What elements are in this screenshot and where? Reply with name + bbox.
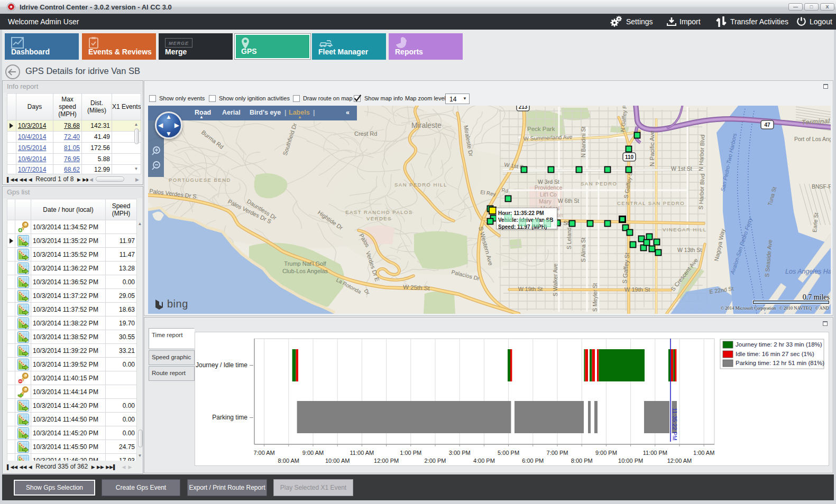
- svg-text:8:00 PM: 8:00 PM: [571, 458, 593, 464]
- svg-text:1:00 AM: 1:00 AM: [693, 450, 714, 456]
- svg-text:Rd: Rd: [501, 187, 509, 194]
- svg-text:Los Angeles Harb: Los Angeles Harb: [785, 268, 831, 275]
- svg-text:11:35:22 PM: 11:35:22 PM: [672, 408, 678, 441]
- svg-text:6:00 PM: 6:00 PM: [522, 458, 544, 464]
- svg-text:SAN PEDRO HILL: SAN PEDRO HILL: [394, 182, 447, 188]
- svg-text:S Meyler St: S Meyler St: [592, 283, 598, 312]
- svg-text:10:00 PM: 10:00 PM: [618, 458, 643, 464]
- svg-text:Crest Rd: Crest Rd: [354, 130, 377, 137]
- svg-text:3:00 PM: 3:00 PM: [449, 450, 471, 456]
- svg-text:VINEGAR HILL: VINEGAR HILL: [663, 227, 706, 232]
- svg-text:EAST RANCHO PALOS: EAST RANCHO PALOS: [345, 209, 413, 215]
- svg-text:W 6th St: W 6th St: [558, 198, 579, 204]
- svg-text:7:00 AM: 7:00 AM: [253, 450, 274, 456]
- svg-text:110: 110: [625, 154, 634, 160]
- svg-text:11:00 AM: 11:00 AM: [350, 450, 374, 456]
- svg-text:Miraleste: Miraleste: [411, 121, 442, 129]
- svg-text:213: 213: [519, 106, 528, 110]
- svg-text:10:00 AM: 10:00 AM: [325, 458, 350, 464]
- svg-text:Mary: Mary: [539, 198, 552, 204]
- svg-text:Port of Los Angel: Port of Los Angel: [794, 136, 831, 142]
- svg-text:Journey time: 2 hr 33 min (18%: Journey time: 2 hr 33 min (18%): [736, 341, 822, 348]
- svg-text:SAN PEDRO: SAN PEDRO: [581, 181, 617, 186]
- svg-text:Lit'l Co: Lit'l Co: [540, 191, 557, 198]
- svg-text:Club-Los Angelas: Club-Los Angelas: [282, 268, 328, 274]
- svg-text:S Walker Ave: S Walker Ave: [552, 263, 558, 296]
- svg-text:Terminal Is: Terminal Is: [801, 116, 831, 126]
- svg-text:S Alma St: S Alma St: [580, 238, 586, 262]
- svg-text:PORTUGUESE BEND: PORTUGUESE BEND: [169, 177, 231, 183]
- svg-text:4:00 PM: 4:00 PM: [473, 458, 495, 464]
- svg-text:1:00 PM: 1:00 PM: [400, 450, 421, 456]
- svg-text:N Bandini St: N Bandini St: [580, 127, 586, 157]
- svg-text:CENTRAL SAN PEDRO: CENTRAL SAN PEDRO: [617, 200, 685, 206]
- svg-text:W 13th St: W 13th St: [677, 247, 702, 253]
- svg-text:W 19th St: W 19th St: [518, 286, 543, 292]
- svg-text:Providence: Providence: [535, 184, 563, 191]
- svg-text:VERDES: VERDES: [366, 216, 392, 221]
- svg-text:W 19th St: W 19th St: [624, 286, 650, 293]
- svg-text:W 1st St: W 1st St: [671, 165, 692, 172]
- svg-text:11:00 PM: 11:00 PM: [643, 450, 667, 456]
- svg-text:BNSF-Port: BNSF-Port: [812, 183, 831, 190]
- svg-text:5:00 PM: 5:00 PM: [498, 450, 519, 456]
- svg-text:7:00 PM: 7:00 PM: [547, 450, 568, 456]
- svg-text:Idle time: 16 min 27 sec (1%): Idle time: 16 min 27 sec (1%): [736, 351, 814, 357]
- svg-text:12:00 PM: 12:00 PM: [374, 458, 399, 464]
- svg-text:12:00 AM: 12:00 AM: [667, 458, 692, 464]
- svg-text:47: 47: [764, 122, 770, 128]
- svg-text:Peck Park: Peck Park: [527, 126, 555, 132]
- svg-text:9:00 PM: 9:00 PM: [595, 450, 617, 456]
- svg-text:9:00 AM: 9:00 AM: [302, 450, 324, 456]
- svg-text:N Pacific Ave: N Pacific Ave: [649, 130, 655, 166]
- svg-text:2:00 PM: 2:00 PM: [425, 458, 446, 464]
- svg-text:Trump Nat'l Golf: Trump Nat'l Golf: [284, 260, 326, 267]
- svg-text:8:00 AM: 8:00 AM: [278, 458, 299, 464]
- svg-text:Parking time: 12 hr 51 min (81: Parking time: 12 hr 51 min (81%): [736, 360, 824, 366]
- svg-text:S Leland: S Leland: [566, 227, 572, 249]
